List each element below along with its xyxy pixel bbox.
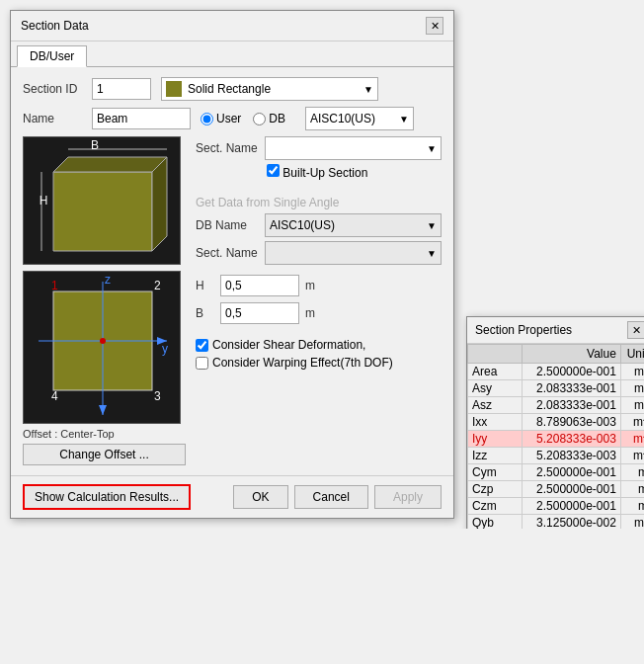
props-row-qyb: Qyb3.125000e-002m² <box>468 515 645 530</box>
props-row-czp: Czp2.500000e-001m <box>468 481 645 498</box>
right-panel: Sect. Name ▼ Built-Up Section <box>196 136 442 465</box>
h-label: H <box>40 194 48 208</box>
radio-db[interactable] <box>253 113 266 125</box>
section-type-dropdown[interactable]: Solid Rectangle ▼ <box>161 77 378 101</box>
prop-name-ixx: Ixx <box>468 414 523 431</box>
dialog-title-text: Section Data <box>21 19 89 33</box>
prop-value-ixx: 8.789063e-003 <box>523 414 620 431</box>
props-row-ixx: Ixx8.789063e-003m⁴ <box>468 414 645 431</box>
dim-b-input[interactable] <box>220 302 299 324</box>
y-axis-label: y <box>162 342 168 356</box>
show-calc-button[interactable]: Show Calculation Results... <box>23 484 191 510</box>
prop-name-area: Area <box>468 364 523 380</box>
tab-db-user[interactable]: DB/User <box>17 45 87 67</box>
left-panel: B H <box>23 136 186 465</box>
dim-b-row: B m <box>196 302 442 324</box>
section-type-text: Solid Rectangle <box>188 82 360 96</box>
preview-2d: 1 2 3 4 z y <box>23 271 181 424</box>
props-header-row: Value Unit <box>468 345 645 364</box>
props-title-bar: Section Properties ✕ <box>467 317 644 344</box>
main-content: B H <box>23 136 442 465</box>
db-name-value: AISC10(US) <box>270 218 423 232</box>
sect-name-row: Sect. Name ▼ <box>196 136 442 160</box>
corner2-label: 2 <box>154 279 161 292</box>
warping-check-row: Consider Warping Effect(7th DOF) <box>196 356 442 370</box>
prop-unit-ixx: m⁴ <box>620 414 644 431</box>
prop-name-izz: Izz <box>468 448 523 464</box>
props-row-iyy: Iyy5.208333e-003m⁴ <box>468 431 645 448</box>
prop-value-izz: 5.208333e-003 <box>523 448 620 464</box>
props-table-container[interactable]: Value Unit Area2.500000e-001m²Asy2.08333… <box>467 344 644 529</box>
prop-value-asy: 2.083333e-001 <box>523 380 620 397</box>
sect-name2-dropdown: ▼ <box>265 241 442 265</box>
corner1-label: 1 <box>51 279 58 292</box>
shear-check-label[interactable]: Consider Shear Deformation, <box>196 338 365 352</box>
dim-b-label: B <box>196 306 220 320</box>
ok-button[interactable]: OK <box>233 485 287 509</box>
corner4-label: 4 <box>51 389 58 403</box>
prop-value-czm: 2.500000e-001 <box>523 498 620 515</box>
prop-unit-area: m² <box>620 364 644 380</box>
props-row-asy: Asy2.083333e-001m² <box>468 380 645 397</box>
sect-name2-label: Sect. Name <box>196 246 265 260</box>
dim-h-input[interactable] <box>220 275 299 296</box>
prop-name-asz: Asz <box>468 397 523 414</box>
sect-name-label: Sect. Name <box>196 141 265 155</box>
props-title-text: Section Properties <box>475 323 572 337</box>
dim-h-row: H m <box>196 275 442 296</box>
prop-unit-czm: m <box>620 498 644 515</box>
prop-unit-asy: m² <box>620 380 644 397</box>
props-tbody: Area2.500000e-001m²Asy2.083333e-001m²Asz… <box>468 364 645 530</box>
prop-name-iyy: Iyy <box>468 431 523 448</box>
prop-value-area: 2.500000e-001 <box>523 364 620 380</box>
sect-name-dropdown[interactable]: ▼ <box>265 136 442 160</box>
2d-preview-svg: 1 2 3 4 z y <box>24 272 181 424</box>
db-standard-dropdown[interactable]: AISC10(US) ▼ <box>305 107 414 130</box>
shear-checkbox[interactable] <box>196 339 208 352</box>
buildup-checkbox[interactable] <box>267 164 280 177</box>
warping-check-label[interactable]: Consider Warping Effect(7th DOF) <box>196 356 393 370</box>
prop-unit-iyy: m⁴ <box>620 431 644 448</box>
prop-unit-asz: m² <box>620 397 644 414</box>
prop-unit-cym: m <box>620 464 644 481</box>
warping-checkbox[interactable] <box>196 357 208 370</box>
prop-unit-qyb: m² <box>620 515 644 530</box>
offset-text: Offset : Center-Top <box>23 428 186 440</box>
dialog-title-bar: Section Data ✕ <box>11 11 453 42</box>
db-standard-text: AISC10(US) <box>310 112 395 125</box>
radio-db-label[interactable]: DB <box>253 112 285 125</box>
change-offset-button[interactable]: Change Offset ... <box>23 444 186 465</box>
dimensions-section: H m B m <box>196 275 442 324</box>
cancel-button[interactable]: Cancel <box>294 485 368 509</box>
chevron-down-icon5: ▼ <box>427 248 437 259</box>
section-data-dialog: Section Data ✕ DB/User Section ID Solid … <box>10 10 454 519</box>
prop-name-czm: Czm <box>468 498 523 515</box>
prop-unit-czp: m <box>620 481 644 498</box>
dim-b-unit: m <box>305 306 315 320</box>
name-input[interactable] <box>92 108 191 129</box>
section-type-icon <box>166 81 182 97</box>
props-close-x-button[interactable]: ✕ <box>627 321 644 339</box>
col-name-header <box>468 345 523 364</box>
buildup-label[interactable]: Built-Up Section <box>267 164 367 180</box>
section-id-input[interactable] <box>92 78 151 100</box>
props-row-izz: Izz5.208333e-003m⁴ <box>468 448 645 464</box>
preview-3d: B H <box>23 136 181 265</box>
prop-name-asy: Asy <box>468 380 523 397</box>
radio-user-label[interactable]: User <box>201 112 241 125</box>
close-button[interactable]: ✕ <box>426 17 443 35</box>
props-row-cym: Cym2.500000e-001m <box>468 464 645 481</box>
check-section: Consider Shear Deformation, Consider War… <box>196 338 442 370</box>
props-table: Value Unit Area2.500000e-001m²Asy2.08333… <box>467 344 644 529</box>
props-row-area: Area2.500000e-001m² <box>468 364 645 380</box>
radio-user[interactable] <box>201 113 213 125</box>
3d-preview-svg: B H <box>24 137 181 265</box>
buildup-row: Built-Up Section <box>196 164 442 180</box>
apply-button[interactable]: Apply <box>374 485 442 509</box>
radio-group: User DB <box>201 112 297 125</box>
prop-name-czp: Czp <box>468 481 523 498</box>
prop-value-qyb: 3.125000e-002 <box>523 515 620 530</box>
prop-value-czp: 2.500000e-001 <box>523 481 620 498</box>
section-properties-panel: Section Properties ✕ Value Unit Area2.50… <box>466 316 644 529</box>
b-label: B <box>91 138 99 152</box>
